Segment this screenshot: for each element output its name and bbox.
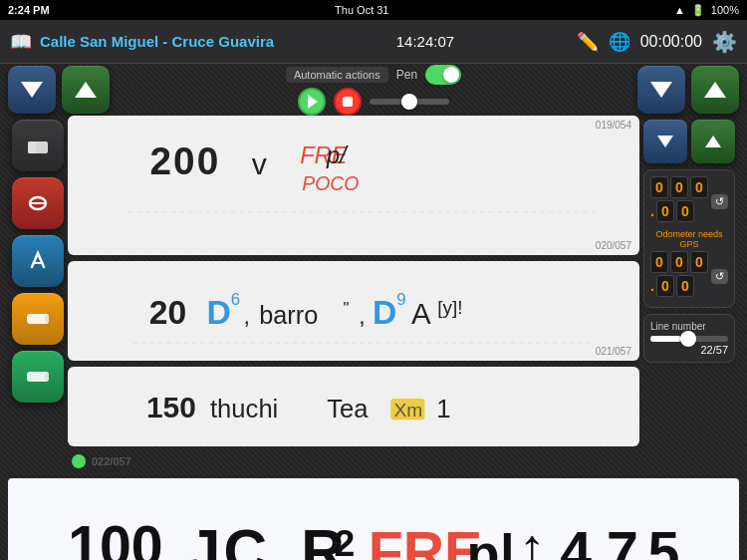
green-marker-button[interactable]: [12, 351, 64, 403]
status-time: 2:24 PM: [8, 4, 50, 16]
digit-dot: .: [650, 200, 654, 222]
toolbar-left: 📖 Calle San Miguel - Cruce Guavira: [10, 31, 274, 53]
svg-text:D: D: [373, 294, 396, 331]
elapsed-time: 00:00:00: [640, 33, 702, 51]
svg-text:v: v: [252, 147, 267, 180]
svg-text:barro: barro: [259, 301, 318, 329]
pen-toggle[interactable]: [425, 65, 461, 85]
svg-text:20: 20: [149, 294, 186, 331]
digit-dot-b: .: [650, 275, 654, 297]
left-tools: [8, 116, 68, 470]
yellow-marker-button[interactable]: [12, 293, 64, 345]
nav-down-right-button[interactable]: [637, 66, 685, 114]
svg-text:200: 200: [149, 140, 220, 182]
battery-icon: 🔋: [691, 4, 705, 17]
auto-actions-row: Automatic actions Pen: [286, 65, 461, 85]
line-number-slider[interactable]: [650, 336, 728, 342]
svg-text:100: 100: [68, 514, 162, 560]
eraser-icon: [24, 132, 52, 159]
main-area: Automatic actions Pen: [0, 64, 747, 560]
green-marker-icon: [25, 368, 51, 386]
auto-actions-label: Automatic actions: [286, 67, 388, 83]
svg-text:thuchi: thuchi: [210, 395, 278, 422]
digit-0: 0: [650, 176, 668, 198]
digit-2: 0: [690, 176, 708, 198]
battery-value: 100%: [711, 4, 739, 16]
location-icon[interactable]: 🌐: [609, 31, 630, 53]
odometer-digits-bottom: 0 0 0 . 0 0: [650, 251, 711, 297]
odometer-refresh-bottom[interactable]: ↺: [711, 269, 728, 284]
svg-text:6: 6: [231, 290, 240, 309]
right-nav-down[interactable]: [643, 120, 687, 163]
pen-icon[interactable]: ✏️: [577, 31, 599, 53]
pen-label: Pen: [396, 68, 417, 82]
svg-rect-6: [45, 316, 49, 322]
nav-down-button[interactable]: [8, 66, 56, 114]
red-pen-icon: [26, 191, 50, 215]
status-bar: 2:24 PM Thu Oct 31 ▲ 🔋 100%: [0, 0, 747, 20]
odometer-panel: 0 0 0 . 0 0 ↺ Odometer needs GPS 0 0 0: [643, 169, 735, 308]
blue-pen-icon: [26, 249, 50, 273]
odometer-refresh-top[interactable]: ↺: [711, 194, 728, 209]
wifi-icon: ▲: [674, 4, 685, 16]
right-up-icon: [705, 136, 721, 147]
digit-b3: 0: [656, 275, 674, 297]
progress-thumb: [401, 94, 417, 110]
svg-text:": ": [343, 299, 349, 318]
play-button[interactable]: [298, 88, 326, 116]
toolbar-right: ✏️ 🌐 00:00:00 ⚙️: [577, 30, 737, 54]
nav-up-button[interactable]: [62, 66, 110, 114]
line-number-panel: Line number 22/57: [643, 314, 735, 363]
active-page-counter: 022/057: [92, 455, 131, 467]
blue-pen-button[interactable]: [12, 235, 64, 287]
notebook-area: 019/054 200 v FRE p/ POCO 020/057 20 D: [68, 116, 639, 470]
active-page-row: 022/057: [68, 452, 639, 470]
nav-down-icon: [21, 82, 43, 98]
svg-text:POCO: POCO: [302, 172, 359, 194]
nav-buttons-right: [637, 66, 739, 114]
svg-text:FRE: FRE: [369, 520, 482, 560]
right-down-icon: [657, 136, 673, 147]
svg-text:,: ,: [243, 303, 249, 329]
right-nav-up[interactable]: [691, 120, 735, 163]
svg-rect-1: [28, 141, 36, 153]
nav-buttons-left: [8, 66, 110, 114]
svg-text:p/: p/: [326, 142, 349, 168]
yellow-marker-icon: [25, 310, 51, 328]
red-pen-button[interactable]: [12, 177, 64, 229]
svg-text:A: A: [411, 297, 431, 330]
play-icon: [308, 95, 318, 109]
svg-text:JC: JC: [187, 517, 270, 560]
notebook-page-019: 019/054 200 v FRE p/ POCO 020/057: [68, 116, 639, 255]
page-021-label: 021/057: [596, 346, 631, 357]
book-icon[interactable]: 📖: [10, 31, 32, 53]
page-019-number: 019/054: [596, 120, 631, 131]
nav-down-right-icon: [650, 82, 672, 98]
center-controls: Automatic actions Pen: [286, 65, 461, 116]
digit-b1: 0: [670, 251, 688, 273]
nav-up-right-button[interactable]: [691, 66, 739, 114]
page-019-content: 200 v FRE p/ POCO: [68, 116, 639, 255]
digit-1: 0: [670, 176, 688, 198]
nav-up-right-icon: [704, 82, 726, 98]
page-021-content: 150 thuchi Tea Xm 1: [68, 367, 639, 446]
eraser-button[interactable]: [12, 120, 64, 171]
digit-4: 0: [676, 200, 694, 222]
main-toolbar: 📖 Calle San Miguel - Cruce Guavira 14:24…: [0, 20, 747, 64]
settings-icon[interactable]: ⚙️: [712, 30, 737, 54]
digit-b0: 0: [650, 251, 668, 273]
status-date: Thu Oct 31: [335, 4, 388, 16]
digit-3: 0: [656, 200, 674, 222]
svg-text:150: 150: [146, 391, 196, 423]
progress-slider[interactable]: [370, 99, 449, 105]
digit-b2: 0: [690, 251, 708, 273]
svg-rect-8: [45, 374, 49, 380]
record-button[interactable]: [334, 88, 362, 116]
timer-display: 14:24:07: [396, 33, 454, 50]
notebook-page-021: 150 thuchi Tea Xm 1: [68, 367, 639, 446]
bottom-handwriting: 100 JC R 2 FRE p| ↑ 4 7 5: [8, 478, 739, 560]
svg-text:↑: ↑: [519, 517, 546, 560]
notebook-page-020: 20 D 6 , barro " , D 9 A [y]! 021/057: [68, 261, 639, 361]
right-panel: 0 0 0 . 0 0 ↺ Odometer needs GPS 0 0 0: [639, 116, 739, 470]
media-controls: [298, 88, 449, 116]
